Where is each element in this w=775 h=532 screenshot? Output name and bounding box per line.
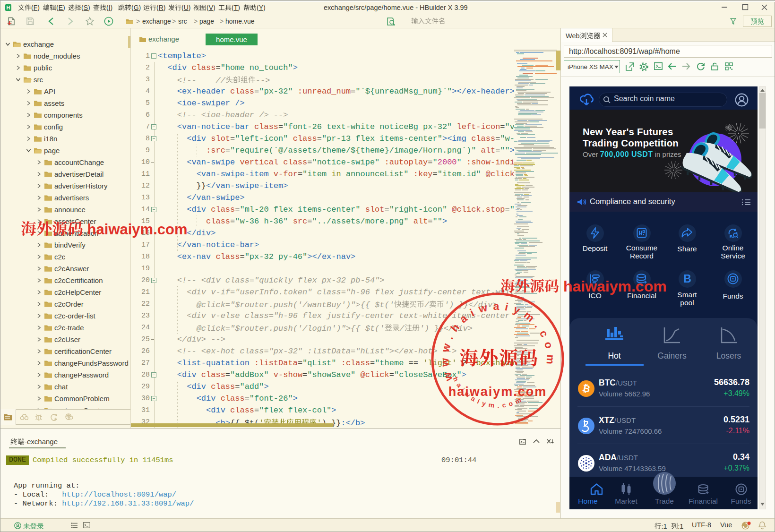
svg-text:haiwaiym.com: haiwaiym.com [448, 385, 547, 399]
svg-text:www.haiwaiym.com: www.haiwaiym.com [439, 300, 557, 383]
